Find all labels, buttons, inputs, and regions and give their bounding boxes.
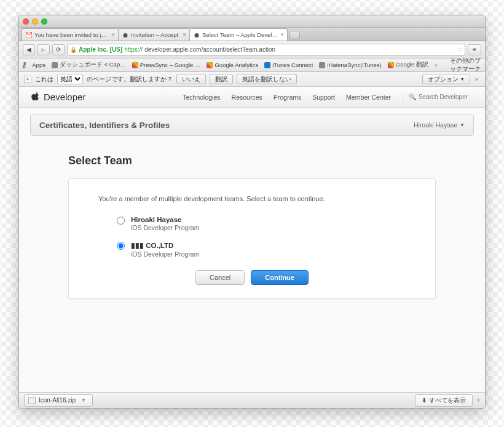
download-bar: Icon-All16.zip ▼ ⬇ すべてを表示 × xyxy=(19,392,485,408)
browser-tab[interactable]: Select Team – Apple Devel… × xyxy=(189,28,288,41)
translate-suffix: のページです。翻訳しますか？ xyxy=(87,75,173,84)
select-team-panel: You're a member of multiple development … xyxy=(68,178,436,299)
apps-icon[interactable] xyxy=(23,62,26,68)
page-content: Developer Technologies Resources Program… xyxy=(19,87,485,392)
apple-logo-icon xyxy=(30,92,39,102)
developer-header: Developer Technologies Resources Program… xyxy=(19,87,485,108)
close-window-button[interactable] xyxy=(23,18,29,25)
search-icon: 🔍 xyxy=(409,94,416,100)
bookmark-item[interactable]: PressSync – Google … xyxy=(132,62,201,68)
new-tab-button[interactable] xyxy=(289,31,300,39)
apple-icon xyxy=(194,32,200,38)
tab-label: You have been invited to j… xyxy=(34,31,107,38)
address-bar[interactable]: 🔒 Apple Inc. [US] https://developer.appl… xyxy=(67,44,465,56)
chevron-down-icon[interactable]: ▼ xyxy=(81,397,86,403)
download-filename: Icon-All16.zip xyxy=(39,397,76,404)
translate-prefix: これは xyxy=(35,75,53,84)
google-icon xyxy=(207,62,213,68)
section-header: Certificates, Identifiers & Profiles Hir… xyxy=(30,114,474,136)
nav-member-center[interactable]: Member Center xyxy=(346,94,391,101)
other-bookmarks[interactable]: その他のブックマーク xyxy=(444,57,481,73)
translate-language-select[interactable]: 英語 xyxy=(57,74,83,84)
team-option[interactable]: Hiroaki Hayase iOS Developer Program xyxy=(117,216,406,231)
cancel-button[interactable]: Cancel xyxy=(195,270,245,285)
select-team-prompt: You're a member of multiple development … xyxy=(98,195,406,202)
nav-technologies[interactable]: Technologies xyxy=(183,94,220,101)
gmail-icon xyxy=(26,32,32,38)
google-icon xyxy=(388,62,394,68)
bookmark-item[interactable]: ダッシュボード < Cap… xyxy=(52,61,126,69)
apps-label[interactable]: Apps xyxy=(32,62,45,68)
page-heading: Select Team xyxy=(68,154,436,167)
download-item[interactable]: Icon-All16.zip ▼ xyxy=(24,394,93,407)
header-search: 🔍 xyxy=(402,94,474,100)
browser-tab[interactable]: Invitation – Accept × xyxy=(118,28,190,41)
itunes-icon xyxy=(264,62,270,68)
translate-never-button[interactable]: 英語を翻訳しない xyxy=(237,74,297,84)
translate-no-button[interactable]: いいえ xyxy=(176,74,206,84)
translate-yes-button[interactable]: 翻訳 xyxy=(210,74,233,84)
team-program: iOS Developer Program xyxy=(131,224,199,231)
back-button[interactable]: ◀ xyxy=(23,44,35,55)
url-organization: Apple Inc. [US] xyxy=(79,46,122,53)
url-path: developer.apple.com/account/selectTeam.a… xyxy=(144,46,275,53)
bookmark-star-icon[interactable]: ☆ xyxy=(457,46,462,53)
translate-bar: A これは 英語 のページです。翻訳しますか？ いいえ 翻訳 英語を翻訳しない … xyxy=(19,72,485,87)
user-name: Hiroaki Hayase xyxy=(414,121,457,129)
continue-button[interactable]: Continue xyxy=(251,270,309,285)
google-icon xyxy=(132,62,138,68)
team-program: iOS Developer Program xyxy=(131,250,199,258)
translate-options-button[interactable]: オプション ▼ xyxy=(422,74,470,84)
bookmark-item[interactable]: iTunes Connect xyxy=(264,62,313,68)
tab-label: Select Team – Apple Devel… xyxy=(202,31,278,38)
nav-resources[interactable]: Resources xyxy=(232,94,262,101)
team-name: Hiroaki Hayase xyxy=(131,216,199,223)
window-titlebar xyxy=(19,15,485,28)
developer-brand: Developer xyxy=(44,92,85,102)
close-translate-bar-button[interactable]: × xyxy=(474,76,480,83)
tab-strip: You have been invited to j… × Invitation… xyxy=(19,28,485,41)
apple-icon xyxy=(122,32,128,38)
zoom-window-button[interactable] xyxy=(41,18,47,25)
reload-button[interactable]: ⟳ xyxy=(52,44,65,55)
team-option[interactable]: ▮▮▮ CO.,LTD iOS Developer Program xyxy=(117,241,406,258)
browser-toolbar: ◀ ▶ ⟳ 🔒 Apple Inc. [US] https://develope… xyxy=(19,41,485,58)
bookmark-item[interactable]: iHatenaSync(iTunes) xyxy=(319,62,381,68)
close-tab-icon[interactable]: × xyxy=(183,31,186,38)
nav-programs[interactable]: Programs xyxy=(274,94,302,101)
folder-icon xyxy=(444,62,447,68)
bookmark-item[interactable]: Google Analytics xyxy=(207,62,258,68)
team-name: ▮▮▮ CO.,LTD xyxy=(131,241,199,250)
url-protocol: https:// xyxy=(124,46,143,53)
close-download-bar-button[interactable]: × xyxy=(476,397,480,404)
show-all-downloads-button[interactable]: ⬇ すべてを表示 xyxy=(415,394,473,407)
minimize-window-button[interactable] xyxy=(32,18,38,25)
download-arrow-icon: ⬇ xyxy=(422,397,427,404)
close-tab-icon[interactable]: × xyxy=(280,31,284,38)
team-radio[interactable] xyxy=(117,242,125,250)
chevron-down-icon: ▼ xyxy=(460,122,465,128)
translate-icon: A xyxy=(24,76,31,83)
team-radio[interactable] xyxy=(117,217,125,225)
svg-point-2 xyxy=(195,33,199,38)
user-menu[interactable]: Hiroaki Hayase ▼ xyxy=(414,121,465,129)
bookmark-item[interactable]: Google 翻訳 xyxy=(388,61,428,69)
forward-button[interactable]: ▶ xyxy=(37,44,50,55)
section-title: Certificates, Identifiers & Profiles xyxy=(39,121,170,130)
chrome-menu-button[interactable]: ≡ xyxy=(468,44,481,55)
panel-actions: Cancel Continue xyxy=(98,270,406,285)
svg-point-1 xyxy=(123,33,127,38)
tab-label: Invitation – Accept xyxy=(131,31,178,38)
main-panel-area: Select Team You're a member of multiple … xyxy=(19,136,485,336)
zip-file-icon xyxy=(28,397,36,404)
close-tab-icon[interactable]: × xyxy=(111,31,115,38)
browser-window: You have been invited to j… × Invitation… xyxy=(18,15,486,409)
lock-icon: 🔒 xyxy=(70,47,77,53)
nav-support[interactable]: Support xyxy=(312,94,335,101)
bookmark-bar: Apps ダッシュボード < Cap… PressSync – Google …… xyxy=(19,58,485,72)
developer-nav: Technologies Resources Programs Support … xyxy=(183,94,474,101)
search-input[interactable] xyxy=(419,94,474,100)
browser-tab[interactable]: You have been invited to j… × xyxy=(22,28,119,41)
